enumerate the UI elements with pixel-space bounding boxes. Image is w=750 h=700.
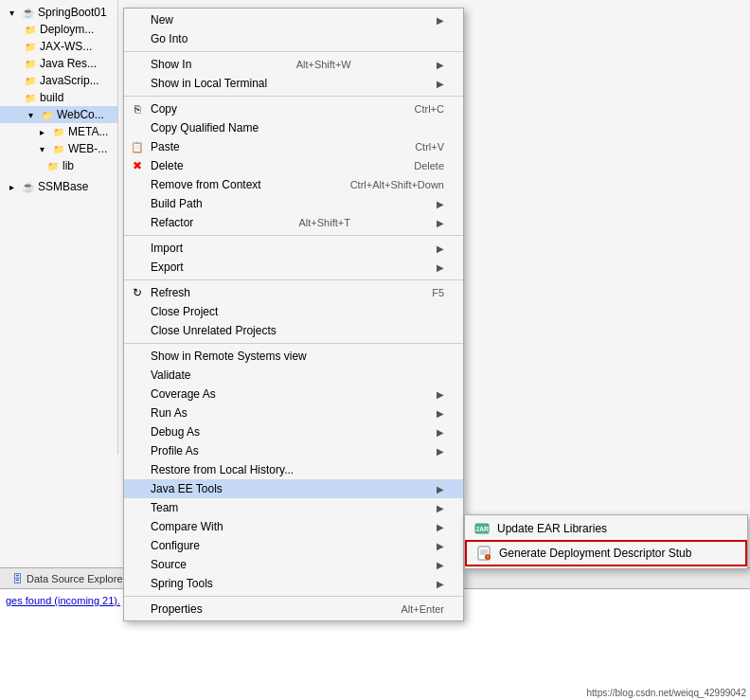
menu-item-label: Paste [151, 140, 180, 153]
menu-item-debugas[interactable]: Debug As ▶ [124, 422, 463, 441]
menu-item-label: Spring Tools [151, 577, 213, 590]
expand-icon: ▾ [23, 107, 38, 122]
menu-item-source[interactable]: Source ▶ [124, 555, 463, 574]
submenu-arrow: ▶ [437, 389, 444, 400]
url-bar: https://blog.csdn.net/weiqq_42999042 [587, 688, 746, 698]
menu-item-label: Team [151, 501, 178, 514]
menu-item-label: Close Unrelated Projects [151, 324, 277, 337]
menu-item-profileas[interactable]: Profile As ▶ [124, 441, 463, 460]
tree-item-meta[interactable]: ▸ 📁 META... [0, 123, 117, 140]
shortcut-label: Ctrl+V [396, 141, 444, 153]
submenu-item-label: Update EAR Libraries [497, 522, 607, 535]
menu-item-label: Coverage As [151, 387, 216, 401]
menu-item-label: Compare With [151, 520, 223, 533]
submenu-arrow: ▶ [437, 262, 444, 273]
tree-item-web[interactable]: ▾ 📁 WEB-... [0, 140, 117, 157]
menu-item-closeproject[interactable]: Close Project [124, 302, 463, 321]
copy-icon: ⎘ [128, 103, 147, 115]
menu-item-configure[interactable]: Configure ▶ [124, 536, 463, 555]
javaeetools-submenu: JAR Update EAR Libraries ! Generate Depl… [464, 514, 748, 569]
menu-item-copyqualified[interactable]: Copy Qualified Name [124, 118, 463, 137]
folder-icon: 📁 [23, 56, 38, 71]
submenu-arrow: ▶ [437, 15, 444, 26]
tree-item-javares[interactable]: 📁 Java Res... [0, 55, 117, 72]
menu-item-showinlocal[interactable]: Show in Local Terminal ▶ [124, 74, 463, 93]
generatedd-icon: ! [476, 546, 491, 561]
tree-item-label: Deploym... [40, 23, 94, 36]
menu-item-coverageas[interactable]: Coverage As ▶ [124, 385, 463, 404]
menu-item-buildpath[interactable]: Build Path ▶ [124, 194, 463, 213]
project-explorer: ▾ ☕ SpringBoot01 📁 Deploym... 📁 JAX-WS..… [0, 0, 118, 455]
progress-link[interactable]: ges found (incoming 21). [6, 595, 120, 606]
tree-item-springboot01[interactable]: ▾ ☕ SpringBoot01 [0, 4, 117, 21]
folder-icon: 📁 [40, 107, 55, 122]
menu-item-removefromcontext[interactable]: Remove from Context Ctrl+Alt+Shift+Down [124, 175, 463, 194]
tree-item-ssmbase[interactable]: ▸ ☕ SSMBase [0, 178, 117, 195]
separator-2 [124, 96, 463, 97]
submenu-arrow: ▶ [437, 79, 444, 89]
tree-item-label: build [40, 91, 63, 104]
menu-item-label: Java EE Tools [151, 482, 223, 495]
folder-icon: 📁 [23, 90, 38, 105]
tree-item-jaxws[interactable]: 📁 JAX-WS... [0, 38, 117, 55]
tree-item-label: META... [68, 125, 108, 138]
menu-item-javaeetools[interactable]: Java EE Tools ▶ [124, 479, 463, 498]
shortcut-label: Alt+Shift+T [279, 217, 349, 228]
submenu-arrow: ▶ [437, 579, 444, 589]
menu-item-comparewith[interactable]: Compare With ▶ [124, 517, 463, 536]
separator-6 [124, 596, 463, 597]
updateear-icon: JAR [474, 521, 490, 536]
submenu-item-updateear[interactable]: JAR Update EAR Libraries [465, 517, 747, 540]
tree-item-webco[interactable]: ▾ 📁 WebCo... [0, 106, 117, 123]
submenu-arrow: ▶ [437, 522, 444, 532]
submenu-item-generatedd[interactable]: ! Generate Deployment Descriptor Stub [465, 540, 747, 566]
submenu-arrow: ▶ [437, 218, 444, 228]
shortcut-label: Alt+Enter [382, 603, 444, 615]
menu-item-validate[interactable]: Validate [124, 366, 463, 385]
submenu-arrow: ▶ [437, 446, 444, 457]
menu-item-refactor[interactable]: Refactor Alt+Shift+T ▶ [124, 213, 463, 232]
menu-item-label: Restore from Local History... [151, 463, 294, 476]
folder-icon: 📁 [51, 141, 66, 156]
menu-item-label: Delete [151, 159, 184, 172]
submenu-arrow: ▶ [437, 408, 444, 419]
menu-item-label: Import [151, 242, 183, 255]
tree-item-build[interactable]: 📁 build [0, 89, 117, 106]
menu-item-label: Refresh [151, 286, 190, 299]
menu-item-label: Validate [151, 368, 190, 382]
folder-icon: 📁 [23, 73, 38, 88]
menu-item-showin[interactable]: Show In Alt+Shift+W ▶ [124, 55, 463, 74]
tree-item-javascript[interactable]: 📁 JavaScrip... [0, 72, 117, 89]
menu-item-export[interactable]: Export ▶ [124, 258, 463, 277]
tree-item-lib[interactable]: 📁 lib [0, 157, 117, 174]
menu-item-properties[interactable]: Properties Alt+Enter [124, 600, 463, 619]
menu-item-team[interactable]: Team ▶ [124, 498, 463, 517]
menu-item-gointo[interactable]: Go Into [124, 29, 463, 48]
menu-item-springtools[interactable]: Spring Tools ▶ [124, 574, 463, 593]
tree-item-label: WEB-... [68, 142, 107, 155]
menu-item-label: Show In [151, 58, 191, 71]
folder-icon: 📁 [23, 22, 38, 37]
menu-item-copy[interactable]: ⎘ Copy Ctrl+C [124, 99, 463, 118]
menu-item-new[interactable]: New ▶ [124, 10, 463, 29]
menu-item-closeunrelated[interactable]: Close Unrelated Projects [124, 321, 463, 340]
menu-item-runas[interactable]: Run As ▶ [124, 404, 463, 422]
menu-item-refresh[interactable]: ↻ Refresh F5 [124, 283, 463, 302]
tree-item-deploym[interactable]: 📁 Deploym... [0, 21, 117, 38]
menu-item-label: Configure [151, 539, 200, 552]
folder-icon: 📁 [23, 39, 38, 54]
datasource-icon: 🗄 [12, 573, 23, 584]
tree-item-label: lib [62, 159, 74, 172]
menu-item-paste[interactable]: 📋 Paste Ctrl+V [124, 137, 463, 156]
project-icon: ☕ [21, 5, 36, 20]
menu-item-label: Profile As [151, 444, 199, 458]
menu-item-label: Refactor [151, 216, 193, 229]
menu-item-delete[interactable]: ✖ Delete Delete [124, 156, 463, 175]
separator-4 [124, 279, 463, 280]
menu-item-showinremote[interactable]: Show in Remote Systems view [124, 347, 463, 366]
separator-3 [124, 235, 463, 236]
menu-item-restorefromlocal[interactable]: Restore from Local History... [124, 460, 463, 479]
tree-item-label: SpringBoot01 [38, 6, 107, 19]
tab-datasource[interactable]: 🗄 Data Source Explorer [4, 570, 134, 587]
menu-item-import[interactable]: Import ▶ [124, 239, 463, 258]
